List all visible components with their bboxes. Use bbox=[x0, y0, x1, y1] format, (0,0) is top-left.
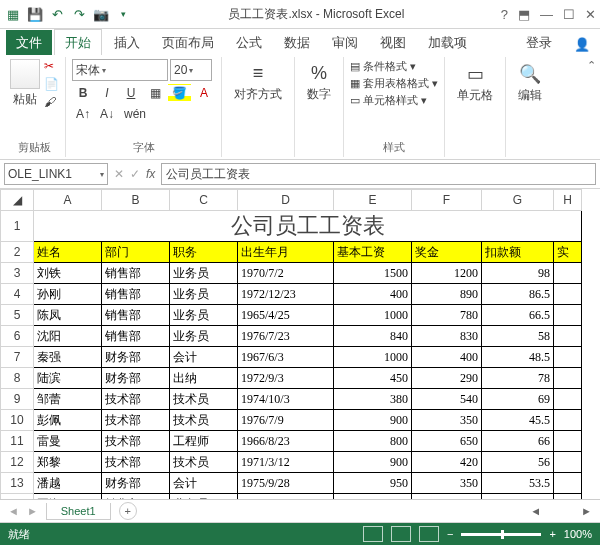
cell[interactable]: 财务部 bbox=[102, 347, 170, 368]
col-D[interactable]: D bbox=[238, 190, 334, 211]
number-button[interactable]: %数字 bbox=[301, 59, 337, 107]
cell[interactable]: 1200 bbox=[412, 263, 482, 284]
cell[interactable] bbox=[554, 368, 582, 389]
cell[interactable]: 郑黎 bbox=[34, 452, 102, 473]
cell[interactable]: 业务员 bbox=[170, 284, 238, 305]
cell[interactable]: 财务部 bbox=[102, 473, 170, 494]
table-header-row[interactable]: 2 姓名部门职务出生年月基本工资奖金扣款额实 bbox=[1, 242, 582, 263]
user-icon[interactable]: 👤 bbox=[564, 33, 600, 55]
cell[interactable]: 45.5 bbox=[482, 410, 554, 431]
maximize-icon[interactable]: ☐ bbox=[563, 7, 575, 22]
cell[interactable]: 1000 bbox=[412, 494, 482, 501]
zoom-level[interactable]: 100% bbox=[564, 528, 592, 540]
cell[interactable]: 技术部 bbox=[102, 431, 170, 452]
fill-color-button[interactable]: 🪣 bbox=[168, 84, 191, 102]
cell[interactable]: 业务员 bbox=[170, 494, 238, 501]
minimize-icon[interactable]: — bbox=[540, 7, 553, 22]
collapse-ribbon-icon[interactable]: ⌃ bbox=[587, 59, 596, 72]
cell[interactable]: 财务部 bbox=[102, 368, 170, 389]
cell[interactable]: 刘铁 bbox=[34, 263, 102, 284]
cell[interactable]: 78 bbox=[482, 368, 554, 389]
cell[interactable]: 66 bbox=[482, 431, 554, 452]
tab-review[interactable]: 审阅 bbox=[322, 30, 368, 55]
cell[interactable]: 420 bbox=[412, 452, 482, 473]
cell[interactable]: 陈凤 bbox=[34, 305, 102, 326]
cell[interactable]: 陆滨 bbox=[34, 368, 102, 389]
cell[interactable]: 780 bbox=[412, 305, 482, 326]
camera-icon[interactable]: 📷 bbox=[92, 5, 110, 23]
enter-formula-icon[interactable]: ✓ bbox=[130, 167, 140, 181]
paste-icon[interactable] bbox=[10, 59, 40, 89]
font-color-button[interactable]: A bbox=[193, 84, 215, 102]
col-H[interactable]: H bbox=[554, 190, 582, 211]
cancel-formula-icon[interactable]: ✕ bbox=[114, 167, 124, 181]
cell[interactable]: 1000 bbox=[334, 347, 412, 368]
cell[interactable]: 400 bbox=[334, 284, 412, 305]
cell[interactable]: 53.5 bbox=[482, 473, 554, 494]
cell[interactable] bbox=[554, 410, 582, 431]
cell[interactable]: 350 bbox=[412, 473, 482, 494]
cell[interactable]: 销售部 bbox=[102, 305, 170, 326]
tab-home[interactable]: 开始 bbox=[54, 29, 102, 55]
cell[interactable]: 技术部 bbox=[102, 452, 170, 473]
tab-file[interactable]: 文件 bbox=[6, 30, 52, 55]
table-row[interactable]: 4孙刚销售部业务员1972/12/2340089086.5 bbox=[1, 284, 582, 305]
help-icon[interactable]: ? bbox=[501, 7, 508, 22]
cell[interactable]: 销售部 bbox=[102, 326, 170, 347]
undo-icon[interactable]: ↶ bbox=[48, 5, 66, 23]
cell[interactable]: 出纳 bbox=[170, 368, 238, 389]
table-row[interactable]: 7秦强财务部会计1967/6/3100040048.5 bbox=[1, 347, 582, 368]
cells-button[interactable]: ▭单元格 bbox=[451, 59, 499, 108]
cell[interactable]: 邹蕾 bbox=[34, 389, 102, 410]
editing-button[interactable]: 🔍编辑 bbox=[512, 59, 548, 108]
paste-button[interactable]: 粘贴 bbox=[13, 91, 37, 108]
cell[interactable] bbox=[554, 452, 582, 473]
cut-icon[interactable]: ✂ bbox=[44, 59, 59, 73]
page-layout-view-icon[interactable] bbox=[391, 526, 411, 542]
zoom-out-icon[interactable]: − bbox=[447, 528, 453, 540]
page-break-view-icon[interactable] bbox=[419, 526, 439, 542]
align-button[interactable]: ≡对齐方式 bbox=[228, 59, 288, 107]
cell-style-button[interactable]: ▭单元格样式▾ bbox=[350, 93, 438, 108]
cell[interactable]: 540 bbox=[412, 389, 482, 410]
cell[interactable]: 48.5 bbox=[482, 347, 554, 368]
new-sheet-button[interactable]: + bbox=[119, 502, 137, 520]
col-C[interactable]: C bbox=[170, 190, 238, 211]
col-G[interactable]: G bbox=[482, 190, 554, 211]
cell[interactable] bbox=[554, 389, 582, 410]
cell[interactable]: 1965/4/25 bbox=[238, 305, 334, 326]
table-row[interactable]: 8陆滨财务部出纳1972/9/345029078 bbox=[1, 368, 582, 389]
zoom-slider[interactable] bbox=[461, 533, 541, 536]
cell[interactable]: 1976/7/23 bbox=[238, 326, 334, 347]
tab-formula[interactable]: 公式 bbox=[226, 30, 272, 55]
table-row[interactable]: 11雷曼技术部工程师1966/8/2380065066 bbox=[1, 431, 582, 452]
cell[interactable]: 88 bbox=[482, 494, 554, 501]
col-E[interactable]: E bbox=[334, 190, 412, 211]
cell[interactable]: 1972/10/12 bbox=[238, 494, 334, 501]
cell[interactable]: 56 bbox=[482, 452, 554, 473]
cell[interactable]: 秦强 bbox=[34, 347, 102, 368]
cell[interactable]: 1500 bbox=[334, 263, 412, 284]
decrease-font-icon[interactable]: A↓ bbox=[96, 105, 118, 123]
tab-data[interactable]: 数据 bbox=[274, 30, 320, 55]
col-B[interactable]: B bbox=[102, 190, 170, 211]
select-all-button[interactable]: ◢ bbox=[1, 190, 34, 211]
increase-font-icon[interactable]: A↑ bbox=[72, 105, 94, 123]
qat-more-icon[interactable]: ▾ bbox=[114, 5, 132, 23]
name-box[interactable]: OLE_LINK1▾ bbox=[4, 163, 108, 185]
zoom-in-icon[interactable]: + bbox=[549, 528, 555, 540]
cell[interactable]: 900 bbox=[334, 452, 412, 473]
cell[interactable]: 会计 bbox=[170, 473, 238, 494]
cell[interactable]: 销售部 bbox=[102, 263, 170, 284]
hscroll-left-icon[interactable]: ◄ bbox=[530, 505, 541, 517]
table-title-row[interactable]: 1 公司员工工资表 bbox=[1, 211, 582, 242]
cell[interactable]: 彭佩 bbox=[34, 410, 102, 431]
cell[interactable]: 290 bbox=[412, 368, 482, 389]
copy-icon[interactable]: 📄 bbox=[44, 77, 59, 91]
cell[interactable]: 1972/12/23 bbox=[238, 284, 334, 305]
cell[interactable]: 900 bbox=[334, 410, 412, 431]
sheet-title-cell[interactable]: 公司员工工资表 bbox=[34, 211, 582, 242]
cell[interactable]: 840 bbox=[334, 326, 412, 347]
bold-button[interactable]: B bbox=[72, 84, 94, 102]
cell[interactable]: 1966/8/23 bbox=[238, 431, 334, 452]
